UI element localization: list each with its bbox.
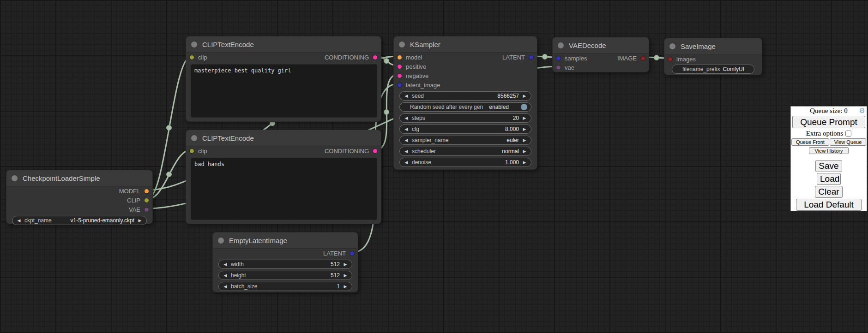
collapse-dot-icon[interactable] — [191, 135, 197, 141]
node-ksampler[interactable]: KSampler model LATENT positive negative … — [393, 36, 537, 170]
decrement-arrow-icon[interactable]: ◀ — [223, 271, 228, 279]
node-title-bar[interactable]: EmptyLatentImage — [213, 232, 358, 249]
settings-gear-icon[interactable]: ⚙ — [859, 107, 865, 114]
output-slot-vae[interactable]: VAE — [129, 206, 149, 213]
decrement-arrow-icon[interactable]: ◀ — [223, 260, 228, 268]
decrement-arrow-icon[interactable]: ◀ — [404, 114, 409, 122]
increment-arrow-icon[interactable]: ▶ — [522, 125, 527, 133]
slot-dot[interactable] — [373, 149, 378, 154]
queue-front-button[interactable]: Queue Front — [791, 138, 829, 146]
node-title-bar[interactable]: CLIPTextEncode — [186, 36, 381, 53]
slot-dot[interactable] — [373, 55, 378, 60]
slot-dot[interactable] — [640, 56, 645, 61]
node-title-bar[interactable]: KSampler — [394, 36, 537, 53]
increment-arrow-icon[interactable]: ▶ — [137, 216, 143, 225]
save-button[interactable]: Save — [815, 160, 842, 172]
slot-dot[interactable] — [189, 149, 194, 154]
decrement-arrow-icon[interactable]: ◀ — [404, 158, 409, 166]
node-title-bar[interactable]: CheckpointLoaderSimple — [6, 170, 152, 186]
widget-steps[interactable]: ◀ steps 20 ▶ — [399, 113, 531, 123]
widget-cfg[interactable]: ◀ cfg 8.000 ▶ — [399, 125, 531, 134]
output-slot-conditioning[interactable]: CONDITIONING — [325, 54, 378, 61]
decrement-arrow-icon[interactable]: ◀ — [223, 282, 228, 291]
output-slot-latent[interactable]: LATENT — [502, 54, 534, 61]
widget-filename-prefix[interactable]: filename_prefix ComfyUI — [672, 65, 754, 74]
increment-arrow-icon[interactable]: ▶ — [343, 260, 348, 268]
decrement-arrow-icon[interactable]: ◀ — [404, 92, 409, 100]
increment-arrow-icon[interactable]: ▶ — [522, 136, 527, 144]
slot-dot[interactable] — [144, 198, 149, 203]
decrement-arrow-icon[interactable]: ◀ — [16, 216, 22, 225]
collapse-dot-icon[interactable] — [669, 43, 675, 49]
input-slot-clip[interactable]: clip — [189, 148, 207, 155]
increment-arrow-icon[interactable]: ▶ — [343, 282, 348, 291]
collapse-dot-icon[interactable] — [191, 42, 197, 48]
slot-dot[interactable] — [189, 55, 194, 60]
node-checkpoint-loader[interactable]: CheckpointLoaderSimple MODEL CLIP VAE ◀ … — [6, 170, 153, 224]
widget-sampler-name[interactable]: ◀ sampler_name euler ▶ — [399, 136, 531, 145]
collapse-dot-icon[interactable] — [558, 42, 564, 48]
node-title-bar[interactable]: CLIPTextEncode — [186, 130, 381, 146]
node-clip-text-encode-positive[interactable]: CLIPTextEncode clip CONDITIONING masterp… — [186, 36, 381, 122]
widget-seed[interactable]: ◀ seed 8566257 ▶ — [399, 91, 531, 101]
collapse-dot-icon[interactable] — [12, 175, 18, 181]
input-slot-images[interactable]: images — [668, 56, 696, 63]
decrement-arrow-icon[interactable]: ◀ — [404, 125, 409, 133]
input-slot-negative[interactable]: negative — [397, 72, 428, 79]
node-graph-canvas[interactable]: CheckpointLoaderSimple MODEL CLIP VAE ◀ … — [0, 0, 868, 333]
slot-dot[interactable] — [668, 57, 673, 62]
slot-dot[interactable] — [397, 73, 402, 78]
widget-width[interactable]: ◀ width 512 ▶ — [218, 260, 352, 269]
decrement-arrow-icon[interactable]: ◀ — [404, 147, 409, 155]
input-slot-latent-image[interactable]: latent_image — [397, 82, 440, 89]
increment-arrow-icon[interactable]: ▶ — [343, 271, 348, 279]
view-queue-button[interactable]: View Queue — [830, 138, 866, 146]
widget-random-seed-toggle[interactable]: Random seed after every gen enabled — [399, 102, 531, 112]
slot-dot[interactable] — [397, 83, 402, 88]
load-button[interactable]: Load — [817, 173, 841, 185]
extra-options-checkbox[interactable] — [845, 131, 851, 137]
clear-button[interactable]: Clear — [815, 186, 843, 198]
increment-arrow-icon[interactable]: ▶ — [522, 114, 527, 122]
slot-dot[interactable] — [144, 189, 149, 194]
toggle-knob[interactable] — [521, 104, 527, 110]
decrement-arrow-icon[interactable]: ◀ — [404, 136, 409, 144]
widget-scheduler[interactable]: ◀ scheduler normal ▶ — [399, 147, 531, 156]
input-slot-samples[interactable]: samples — [556, 55, 587, 62]
widget-height[interactable]: ◀ height 512 ▶ — [218, 271, 352, 280]
slot-dot[interactable] — [397, 55, 402, 60]
output-slot-latent[interactable]: LATENT — [323, 250, 355, 257]
load-default-button[interactable]: Load Default — [796, 199, 862, 211]
widget-denoise[interactable]: ◀ denoise 1.000 ▶ — [399, 158, 531, 167]
slot-dot[interactable] — [144, 207, 149, 212]
slot-dot[interactable] — [556, 56, 561, 61]
output-slot-clip[interactable]: CLIP — [127, 197, 149, 204]
output-slot-model[interactable]: MODEL — [119, 188, 149, 195]
output-slot-image[interactable]: IMAGE — [617, 55, 645, 62]
negative-prompt-textarea[interactable]: bad hands — [191, 158, 377, 220]
node-empty-latent-image[interactable]: EmptyLatentImage LATENT ◀ width 512 ▶ ◀ … — [212, 232, 358, 292]
node-vae-decode[interactable]: VAEDecode samples IMAGE vae — [552, 37, 649, 72]
node-save-image[interactable]: SaveImage images filename_prefix ComfyUI — [664, 38, 762, 75]
collapse-dot-icon[interactable] — [399, 42, 405, 48]
widget-batch-size[interactable]: ◀ batch_size 1 ▶ — [218, 282, 352, 291]
positive-prompt-textarea[interactable]: masterpiece best quality girl — [191, 64, 377, 118]
input-slot-positive[interactable]: positive — [397, 63, 426, 70]
increment-arrow-icon[interactable]: ▶ — [522, 158, 527, 166]
widget-ckpt-name[interactable]: ◀ ckpt_name v1-5-pruned-emaonly.ckpt ▶ — [12, 216, 147, 225]
output-slot-conditioning[interactable]: CONDITIONING — [325, 148, 378, 155]
slot-dot[interactable] — [529, 55, 534, 60]
slot-dot[interactable] — [397, 64, 402, 69]
node-title-bar[interactable]: VAEDecode — [553, 37, 649, 54]
queue-prompt-button[interactable]: Queue Prompt — [792, 116, 865, 128]
input-slot-vae[interactable]: vae — [556, 64, 574, 71]
input-slot-clip[interactable]: clip — [189, 54, 207, 61]
node-clip-text-encode-negative[interactable]: CLIPTextEncode clip CONDITIONING bad han… — [186, 130, 381, 224]
increment-arrow-icon[interactable]: ▶ — [522, 147, 527, 155]
slot-dot[interactable] — [556, 65, 561, 70]
slot-dot[interactable] — [350, 251, 355, 256]
node-title-bar[interactable]: SaveImage — [664, 38, 762, 54]
increment-arrow-icon[interactable]: ▶ — [522, 92, 527, 100]
view-history-button[interactable]: View History — [809, 147, 849, 154]
collapse-dot-icon[interactable] — [218, 238, 224, 244]
